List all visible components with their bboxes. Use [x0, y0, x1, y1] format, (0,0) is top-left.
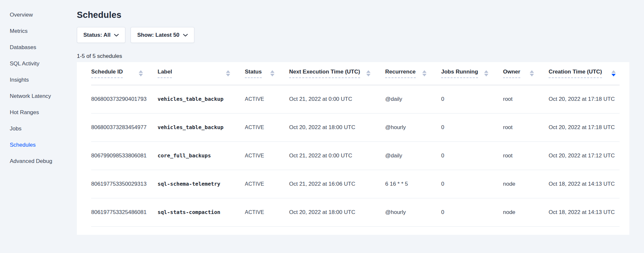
sort-toggle-icon[interactable] — [139, 70, 143, 76]
cell-schedule-id: 806799098533806081 — [91, 141, 158, 170]
sort-descending-icon — [530, 74, 534, 76]
cell-next-execution-time: Oct 21, 2022 at 0:00 UTC — [289, 141, 385, 170]
sort-toggle-icon[interactable] — [366, 70, 371, 76]
sidebar-item-metrics[interactable]: Metrics — [10, 23, 77, 39]
cell-creation-time: Oct 18, 2022 at 14:13 UTC — [549, 170, 620, 198]
table-row: 806800373290401793 vehicles_table_backup… — [91, 85, 620, 113]
cell-recurrence: @hourly — [385, 198, 441, 226]
chevron-down-icon — [183, 34, 188, 37]
sidebar-item-hot-ranges[interactable]: Hot Ranges — [10, 104, 77, 121]
sidebar: OverviewMetricsDatabasesSQL ActivityInsi… — [0, 0, 77, 253]
column-header-label: Status — [245, 69, 262, 78]
sort-ascending-icon — [139, 70, 143, 73]
cell-jobs-running: 0 — [441, 85, 503, 113]
column-header-schedule-id[interactable]: Schedule ID — [91, 62, 158, 85]
column-header-label: Next Execution Time (UTC) — [289, 69, 360, 78]
cell-status: ACTIVE — [245, 113, 289, 141]
sort-toggle-icon[interactable] — [270, 70, 274, 76]
cell-jobs-running: 0 — [441, 198, 503, 226]
cell-next-execution-time: Oct 21, 2022 at 0:00 UTC — [289, 85, 385, 113]
column-header-label: Jobs Running — [441, 69, 478, 78]
sort-toggle-icon[interactable] — [422, 70, 427, 76]
cell-recurrence: 6 16 * * 5 — [385, 170, 441, 198]
cell-creation-time: Oct 18, 2022 at 14:13 UTC — [549, 198, 620, 226]
sort-toggle-icon[interactable] — [484, 70, 488, 76]
cell-label: vehicles_table_backup — [158, 85, 245, 113]
results-count: 1-5 of 5 schedules — [77, 53, 644, 60]
cell-status: ACTIVE — [245, 170, 289, 198]
cell-label: core_full_backups — [158, 141, 245, 170]
table-row: 806197753350029313 sql-schema-telemetry … — [91, 170, 620, 198]
table-header: Schedule ID Label Status Next Execution … — [91, 62, 620, 85]
schedules-card: Schedule ID Label Status Next Execution … — [77, 62, 629, 235]
sidebar-item-network-latency[interactable]: Network Latency — [10, 88, 77, 104]
sidebar-item-jobs[interactable]: Jobs — [10, 121, 77, 137]
column-header-creation-time[interactable]: Creation Time (UTC) — [549, 62, 620, 85]
schedules-table: Schedule ID Label Status Next Execution … — [91, 62, 620, 227]
cell-owner: node — [503, 198, 549, 226]
cell-schedule-id: 806197753325486081 — [91, 198, 158, 226]
column-header-label: Schedule ID — [91, 69, 123, 78]
main-content: Schedules Status: All Show: Latest 50 1-… — [77, 0, 644, 235]
sidebar-nav: OverviewMetricsDatabasesSQL ActivityInsi… — [10, 7, 77, 169]
sort-toggle-icon[interactable] — [611, 70, 616, 76]
cell-schedule-id: 806197753350029313 — [91, 170, 158, 198]
column-header-label: Owner — [503, 69, 520, 78]
sort-ascending-icon — [366, 70, 371, 73]
cell-status: ACTIVE — [245, 198, 289, 226]
column-header-label: Creation Time (UTC) — [549, 69, 602, 78]
sort-descending-icon — [226, 74, 230, 76]
sort-ascending-icon — [226, 70, 230, 73]
sort-ascending-icon — [484, 70, 488, 73]
sidebar-item-advanced-debug[interactable]: Advanced Debug — [10, 153, 77, 169]
sort-descending-icon — [611, 74, 616, 76]
cell-schedule-id: 806800373290401793 — [91, 85, 158, 113]
cell-recurrence: @daily — [385, 85, 441, 113]
table-row: 806197753325486081 sql-stats-compaction … — [91, 198, 620, 226]
cell-jobs-running: 0 — [441, 170, 503, 198]
cell-label: sql-stats-compaction — [158, 198, 245, 226]
column-header-label[interactable]: Label — [158, 62, 245, 85]
status-filter-dropdown[interactable]: Status: All — [77, 27, 125, 43]
cell-owner: root — [503, 113, 549, 141]
table-row: 806799098533806081 core_full_backups ACT… — [91, 141, 620, 170]
status-filter-label: Status: All — [83, 32, 110, 38]
cell-recurrence: @daily — [385, 141, 441, 170]
sidebar-item-overview[interactable]: Overview — [10, 7, 77, 23]
column-header-status[interactable]: Status — [245, 62, 289, 85]
cell-status: ACTIVE — [245, 141, 289, 170]
sort-descending-icon — [270, 74, 274, 76]
sort-ascending-icon — [422, 70, 427, 73]
sidebar-item-sql-activity[interactable]: SQL Activity — [10, 56, 77, 72]
table-row: 806800373283454977 vehicles_table_backup… — [91, 113, 620, 141]
cell-jobs-running: 0 — [441, 113, 503, 141]
column-header-recurrence[interactable]: Recurrence — [385, 62, 441, 85]
column-header-label: Label — [158, 69, 172, 78]
sidebar-item-databases[interactable]: Databases — [10, 39, 77, 56]
sort-toggle-icon[interactable] — [226, 70, 230, 76]
page-title: Schedules — [77, 10, 644, 20]
show-filter-dropdown[interactable]: Show: Latest 50 — [131, 27, 194, 43]
sidebar-item-insights[interactable]: Insights — [10, 72, 77, 88]
cell-creation-time: Oct 20, 2022 at 17:12 UTC — [549, 141, 620, 170]
cell-label: sql-schema-telemetry — [158, 170, 245, 198]
sort-descending-icon — [484, 74, 488, 76]
sort-descending-icon — [366, 74, 371, 76]
column-header-label: Recurrence — [385, 69, 416, 78]
cell-next-execution-time: Oct 21, 2022 at 16:06 UTC — [289, 170, 385, 198]
cell-creation-time: Oct 20, 2022 at 17:18 UTC — [549, 113, 620, 141]
cell-creation-time: Oct 20, 2022 at 17:18 UTC — [549, 85, 620, 113]
sidebar-item-schedules[interactable]: Schedules — [10, 137, 77, 153]
show-filter-label: Show: Latest 50 — [137, 32, 179, 38]
sort-ascending-icon — [530, 70, 534, 73]
chevron-down-icon — [114, 34, 119, 37]
cell-owner: root — [503, 141, 549, 170]
sort-toggle-icon[interactable] — [530, 70, 534, 76]
column-header-jobs-running[interactable]: Jobs Running — [441, 62, 503, 85]
sort-ascending-icon — [270, 70, 274, 73]
column-header-owner[interactable]: Owner — [503, 62, 549, 85]
cell-schedule-id: 806800373283454977 — [91, 113, 158, 141]
column-header-next-execution-time[interactable]: Next Execution Time (UTC) — [289, 62, 385, 85]
cell-jobs-running: 0 — [441, 141, 503, 170]
cell-status: ACTIVE — [245, 85, 289, 113]
